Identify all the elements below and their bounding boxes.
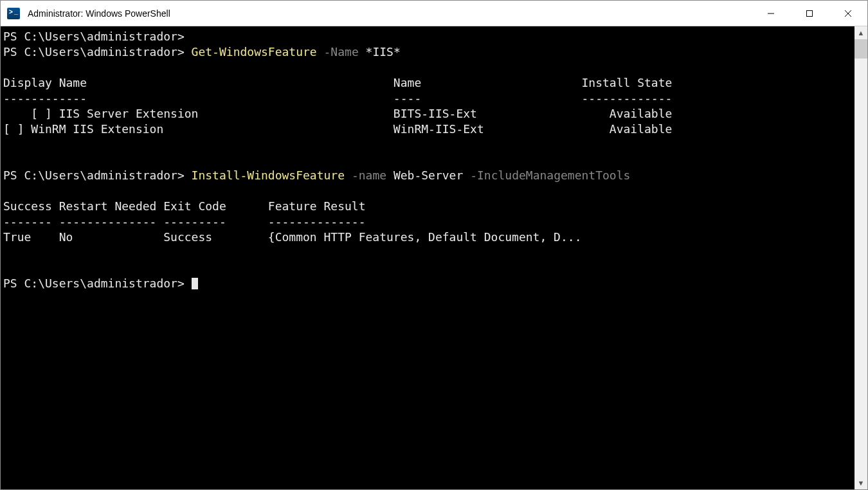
minimize-icon xyxy=(767,10,775,17)
table-header: Success Restart Needed Exit Code Feature… xyxy=(3,199,366,213)
prompt-text: PS C:\Users\administrador> xyxy=(3,30,185,43)
app-icon xyxy=(1,1,26,26)
close-button[interactable] xyxy=(829,1,867,26)
table-header: Display Name Name Install State xyxy=(3,76,672,89)
maximize-button[interactable] xyxy=(790,1,829,26)
command-arg: Web-Server xyxy=(393,168,463,182)
minimize-button[interactable] xyxy=(752,1,790,26)
prompt-text: PS C:\Users\administrador> xyxy=(3,45,185,59)
scroll-up-arrow[interactable]: ▲ xyxy=(854,26,867,39)
powershell-icon xyxy=(7,8,20,19)
window-titlebar: Administrator: Windows PowerShell xyxy=(1,1,867,26)
window-title: Administrator: Windows PowerShell xyxy=(26,8,170,19)
terminal-output[interactable]: PS C:\Users\administrador> PS C:\Users\a… xyxy=(1,26,854,489)
table-row: [ ] IIS Server Extension BITS-IIS-Ext Av… xyxy=(3,107,672,120)
command-arg: *IIS* xyxy=(366,45,401,59)
table-divider: ------------ ---- ------------- xyxy=(3,91,672,105)
window-controls xyxy=(752,1,867,26)
prompt-text: PS C:\Users\administrador> xyxy=(3,277,185,290)
svg-rect-1 xyxy=(807,10,813,16)
command-param: -Name xyxy=(324,45,359,59)
command-cmdlet: Install-WindowsFeature xyxy=(192,168,345,182)
terminal-container: PS C:\Users\administrador> PS C:\Users\a… xyxy=(1,26,867,489)
command-param: -name xyxy=(352,168,386,182)
close-icon xyxy=(844,10,852,17)
scroll-thumb[interactable] xyxy=(854,39,867,59)
scroll-down-arrow[interactable]: ▼ xyxy=(854,476,867,489)
cursor xyxy=(192,278,198,289)
vertical-scrollbar[interactable]: ▲ ▼ xyxy=(854,26,867,489)
prompt-text: PS C:\Users\administrador> xyxy=(3,168,185,182)
table-row: [ ] WinRM IIS Extension WinRM-IIS-Ext Av… xyxy=(3,122,672,136)
command-switch: -IncludeManagementTools xyxy=(470,168,630,182)
table-row: True No Success {Common HTTP Features, D… xyxy=(3,230,581,244)
maximize-icon xyxy=(806,10,813,17)
table-divider: ------- -------------- --------- -------… xyxy=(3,215,366,228)
command-cmdlet: Get-WindowsFeature xyxy=(192,45,317,59)
